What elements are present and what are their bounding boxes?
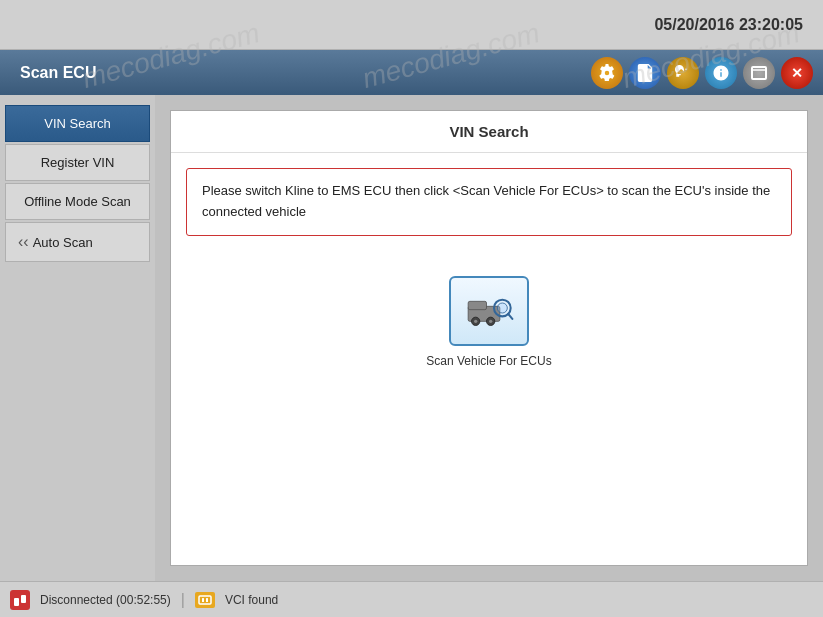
header: 05/20/2016 23:20:05 (0, 0, 823, 50)
sidebar-item-auto-scan[interactable]: ‹‹ Auto Scan (5, 222, 150, 262)
panel-body: Please switch Kline to EMS ECU then clic… (171, 153, 807, 565)
key-button[interactable] (667, 57, 699, 89)
panel-title: VIN Search (171, 111, 807, 153)
toolbar-icons: ✕ (591, 57, 813, 89)
svg-rect-12 (21, 595, 26, 603)
vci-icon (195, 592, 215, 608)
scan-vehicle-button[interactable] (449, 276, 529, 346)
window-button[interactable] (743, 57, 775, 89)
svg-line-10 (508, 314, 512, 319)
svg-point-7 (489, 320, 492, 323)
svg-point-9 (497, 303, 507, 313)
svg-rect-16 (206, 598, 208, 602)
svg-rect-0 (752, 67, 766, 79)
file-button[interactable] (629, 57, 661, 89)
instruction-text: Please switch Kline to EMS ECU then clic… (202, 183, 770, 219)
toolbar: Scan ECU ✕ (0, 50, 823, 95)
sidebar-item-vin-search[interactable]: VIN Search (5, 105, 150, 142)
status-divider: | (181, 591, 185, 609)
disconnect-icon (10, 590, 30, 610)
vci-text: VCI found (225, 593, 278, 607)
sidebar: VIN Search Register VIN Offline Mode Sca… (0, 95, 155, 581)
info-button[interactable] (705, 57, 737, 89)
gear-button[interactable] (591, 57, 623, 89)
scan-button-container: Scan Vehicle For ECUs (426, 276, 551, 368)
disconnected-text: Disconnected (00:52:55) (40, 593, 171, 607)
scan-button-label: Scan Vehicle For ECUs (426, 354, 551, 368)
sidebar-item-register-vin[interactable]: Register VIN (5, 144, 150, 181)
content-area: VIN Search Please switch Kline to EMS EC… (155, 95, 823, 581)
sidebar-item-offline-mode[interactable]: Offline Mode Scan (5, 183, 150, 220)
back-arrow-icon: ‹‹ (18, 233, 29, 251)
content-panel: VIN Search Please switch Kline to EMS EC… (170, 110, 808, 566)
svg-rect-15 (202, 598, 204, 602)
statusbar: Disconnected (00:52:55) | VCI found (0, 581, 823, 617)
svg-rect-3 (468, 301, 486, 309)
toolbar-title: Scan ECU (20, 64, 591, 82)
scan-vehicle-icon (464, 288, 514, 333)
instruction-box: Please switch Kline to EMS ECU then clic… (186, 168, 792, 236)
svg-rect-14 (199, 596, 211, 604)
main-area: VIN Search Register VIN Offline Mode Sca… (0, 95, 823, 581)
datetime: 05/20/2016 23:20:05 (654, 16, 803, 34)
svg-point-5 (474, 320, 477, 323)
close-button[interactable]: ✕ (781, 57, 813, 89)
svg-rect-11 (14, 598, 19, 606)
